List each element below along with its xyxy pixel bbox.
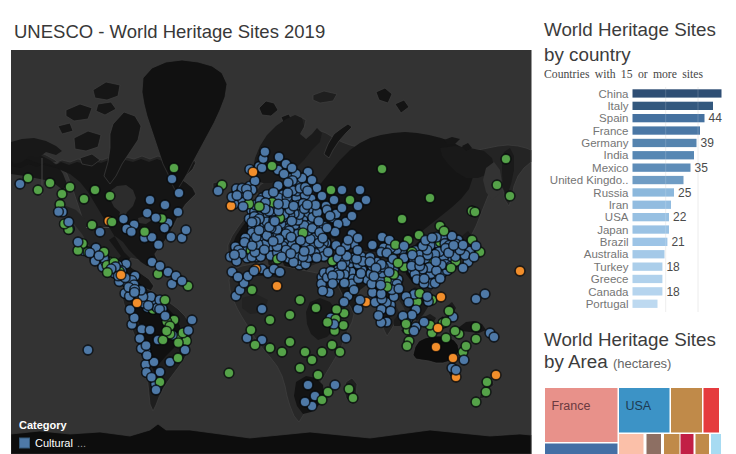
svg-text:India: India — [604, 149, 630, 161]
svg-text:Canada: Canada — [588, 286, 629, 298]
svg-text:Russia: Russia — [593, 187, 629, 199]
svg-text:21: 21 — [671, 235, 685, 249]
svg-text:44: 44 — [709, 111, 723, 125]
svg-text:25: 25 — [678, 186, 692, 200]
svg-text:18: 18 — [666, 260, 680, 274]
svg-text:by Area (hectares): by Area (hectares) — [544, 351, 671, 372]
svg-text:France: France — [552, 399, 591, 413]
svg-text:Germany: Germany — [581, 137, 629, 149]
svg-text:Turkey: Turkey — [594, 261, 629, 273]
svg-text:by country: by country — [544, 44, 631, 65]
svg-text:Spain: Spain — [599, 112, 628, 124]
svg-text:39: 39 — [701, 136, 715, 150]
svg-text:Iran: Iran — [609, 199, 629, 211]
svg-text:USA: USA — [626, 399, 652, 413]
svg-text:Australia: Australia — [584, 248, 629, 260]
svg-text:Portugal: Portugal — [586, 298, 629, 310]
svg-text:Japan: Japan — [597, 224, 628, 236]
svg-text:Mexico: Mexico — [592, 162, 628, 174]
svg-text:Brazil: Brazil — [600, 236, 629, 248]
svg-text:World Heritage Sites: World Heritage Sites — [544, 329, 716, 350]
svg-text:22: 22 — [673, 210, 687, 224]
svg-text:35: 35 — [695, 161, 709, 175]
svg-text:United Kingdo..: United Kingdo.. — [550, 174, 629, 186]
svg-text:China: China — [598, 88, 629, 100]
svg-text:World Heritage Sites: World Heritage Sites — [544, 19, 716, 40]
svg-text:18: 18 — [666, 285, 680, 299]
svg-text:Countries with 15 or more site: Countries with 15 or more sites — [544, 68, 704, 81]
svg-text:Greece: Greece — [591, 273, 629, 285]
svg-text:USA: USA — [605, 211, 629, 223]
svg-text:Italy: Italy — [607, 100, 628, 112]
svg-text:France: France — [593, 125, 629, 137]
